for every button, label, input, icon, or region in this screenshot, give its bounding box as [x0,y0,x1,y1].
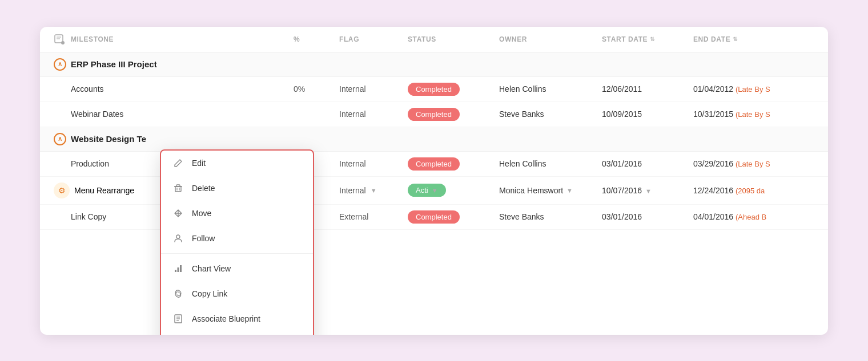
end-note-production: (Late By S [736,160,770,168]
end-date-webinar: 10/31/2015 (Late By S [693,109,796,119]
start-date-menu-rearrange[interactable]: 10/07/2016 ▼ [602,186,693,195]
end-note-accounts: (Late By S [736,85,770,94]
col-pct: % [294,35,339,43]
end-date-menu-rearrange: 12/24/2016 (2095 da [693,186,796,195]
status-badge-menu-rearrange[interactable]: Acti ▼ [408,184,446,197]
context-menu-item-delete[interactable]: Delete [161,176,313,201]
start-date-link-copy: 03/01/2016 [602,212,693,221]
end-date-accounts: 01/04/2012 (Late By S [693,84,796,94]
status-badge-accounts: Completed [408,83,460,96]
owner-webinar: Steve Banks [499,109,602,119]
col-end-date[interactable]: END DATE ⇅ [693,35,796,43]
end-date-link-copy: 04/01/2016 (Ahead B [693,212,796,221]
flag-accounts: Internal [339,84,408,94]
table-row: Production Internal Completed Helen Coll… [40,152,828,177]
context-menu-divider [161,253,313,254]
status-badge-production: Completed [408,157,460,171]
col-owner: OWNER [499,35,602,43]
group-row-website: ∧ Website Design Te [40,127,828,152]
table-row: ⚙ Menu Rearrange Internal ▼ Acti ▼ Monic… [40,177,828,205]
start-date-webinar: 10/09/2015 [602,109,693,119]
context-menu-item-dissociate-blueprint[interactable]: Dissociate Blueprint [161,331,313,335]
associate-blueprint-icon [172,313,184,325]
flag-webinar: Internal [339,109,408,119]
table-row: Accounts 0% Internal Completed Helen Col… [40,77,828,102]
end-note-webinar: (Late By S [736,110,770,119]
context-menu-item-move[interactable]: Move [161,201,313,226]
milestone-accounts: Accounts [54,84,294,94]
flag-menu-rearrange[interactable]: Internal ▼ [339,186,408,195]
svg-rect-6 [175,270,176,272]
status-webinar: Completed [408,108,499,121]
col-flag: FLAG [339,35,408,43]
svg-rect-7 [178,267,179,272]
chart-view-icon [172,263,184,274]
status-link-copy: Completed [408,210,499,224]
svg-point-1 [61,41,65,44]
owner-accounts: Helen Collins [499,84,602,94]
start-date-sort-icon: ⇅ [650,36,655,42]
col-milestone: MILESTONE [54,34,294,45]
group-title-website: ∧ Website Design Te [54,133,294,145]
table-row: Link Copy External Completed Steve Banks… [40,205,828,230]
context-menu-item-associate-blueprint[interactable]: Associate Blueprint [161,306,313,331]
gear-icon: ⚙ [54,182,70,198]
group-title-erp: ∧ ERP Phase III Project [54,58,294,71]
svg-point-5 [176,235,180,238]
context-menu-item-edit[interactable]: Edit [161,151,313,176]
copy-link-icon [172,288,184,299]
delete-icon [172,182,184,194]
move-icon [172,208,184,219]
end-date-sort-icon: ⇅ [733,36,738,42]
group-chevron-website[interactable]: ∧ [54,133,66,145]
context-menu-item-chart-view[interactable]: Chart View [161,256,313,281]
group-chevron-erp[interactable]: ∧ [54,58,66,71]
svg-rect-8 [180,265,182,272]
start-date-accounts: 12/06/2011 [602,84,693,94]
owner-link-copy: Steve Banks [499,212,602,221]
status-badge-webinar: Completed [408,108,460,121]
owner-menu-rearrange[interactable]: Monica Hemswort ▼ [499,186,602,195]
end-date-production: 03/29/2016 (Late By S [693,159,796,168]
end-note-menu-rearrange: (2095 da [736,186,765,195]
start-date-dropdown-arrow[interactable]: ▼ [645,188,652,194]
status-accounts: Completed [408,83,499,96]
group-row-erp: ∧ ERP Phase III Project [40,52,828,77]
owner-production: Helen Collins [499,159,602,168]
table-row: Webinar Dates Internal Completed Steve B… [40,102,828,127]
status-dropdown-arrow[interactable]: ▼ [432,187,438,194]
status-menu-rearrange: Acti ▼ [408,184,499,197]
milestone-icon [54,34,65,45]
svg-rect-4 [175,186,181,192]
context-menu: Edit Delete Move [160,149,314,335]
owner-dropdown-arrow[interactable]: ▼ [566,187,573,194]
main-container: MILESTONE % FLAG STATUS OWNER START DATE… [40,27,828,335]
follow-icon [172,233,184,244]
status-production: Completed [408,157,499,171]
edit-icon [172,157,184,169]
start-date-production: 03/01/2016 [602,159,693,168]
pct-accounts: 0% [294,84,339,94]
status-badge-link-copy: Completed [408,210,460,224]
col-status: STATUS [408,35,499,43]
flag-link-copy: External [339,212,408,221]
milestone-webinar: Webinar Dates [54,109,294,119]
table-header: MILESTONE % FLAG STATUS OWNER START DATE… [40,27,828,52]
context-menu-item-follow[interactable]: Follow [161,226,313,251]
context-menu-item-copy-link[interactable]: Copy Link [161,281,313,306]
col-start-date[interactable]: START DATE ⇅ [602,35,693,43]
flag-dropdown-arrow[interactable]: ▼ [371,187,377,194]
end-note-link-copy: (Ahead B [736,213,766,221]
flag-production: Internal [339,159,408,168]
